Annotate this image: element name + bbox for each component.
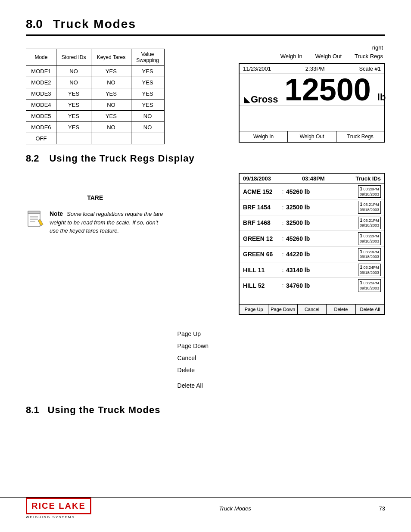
truck-colon: : [280,204,286,211]
truck-weight: 45260 lb [286,235,358,242]
section-82-number: 8.2 [26,153,39,164]
col-value-swapping: ValueSwapping [131,49,164,66]
table-row: MODE4YESNOYES [26,100,165,111]
truck-name: BRF 1454 [243,204,280,211]
scale-weight: 12500 [278,74,377,105]
truck-regs-btn[interactable]: Page Down [268,305,297,314]
table-cell: MODE3 [26,88,56,100]
truck-name: GREEN 66 [243,251,280,258]
truck-regs-buttons-row: Page UpPage DownCancelDeleteDelete All [240,304,384,314]
scale-unit: lb [377,92,386,105]
truck-regs-row: BRF 1468 : 32500 lb 1 03:21PM09/18/2003 [240,215,384,231]
button-labels-section: Page Up Page Down Cancel Delete Delete A… [26,319,385,392]
truck-timestamp: 1 03:22PM09/18/2003 [358,232,381,245]
table-cell: YES [91,88,131,100]
note-content: Note Some local regulations require the … [50,210,165,235]
right-label-right: right [372,44,383,51]
truck-regs-row: GREEN 66 : 44220 lb 1 03:23PM09/18/2003 [240,247,384,262]
section-81-number: 8.1 [26,404,39,416]
scale-empty-area [240,105,384,131]
label-cancel: Cancel [177,352,385,364]
note-box: Note Some local regulations require the … [26,210,165,235]
table-cell [56,133,91,144]
label-page-up: Page Up [177,328,385,340]
page-title: Truck Modes [53,17,136,31]
truck-colon: : [280,235,286,242]
scale-section: right Weigh In Weigh Out Truck Regs 11/2… [177,44,385,144]
truck-regs-btn[interactable]: Cancel [298,305,327,314]
table-cell: YES [56,122,91,133]
truck-regs-label: Truck IDs [355,175,381,182]
table-row: MODE5YESYESNO [26,111,165,122]
truck-colon: : [280,267,286,273]
label-weigh-in-top: Weigh In [280,53,302,59]
table-cell: NO [91,77,131,88]
table-cell: NO [131,111,164,122]
truck-weight: 45260 lb [286,188,358,195]
logo-main-text: RICE LAKE [31,501,86,511]
section-81-title: Using the Truck Modes [48,404,161,416]
table-row: MODE1NOYESYES [26,66,165,77]
truck-regs-row: HILL 11 : 43140 lb 1 03:24PM09/18/2003 [240,262,384,278]
table-cell: MODE1 [26,66,56,77]
footer-page: 73 [379,505,385,512]
truck-weight: 32500 lb [286,204,358,211]
truck-weight: 43140 lb [286,267,358,274]
table-cell: NO [56,66,91,77]
truck-timestamp: 1 03:25PM09/18/2003 [358,279,381,292]
table-cell [131,133,164,144]
table-cell: YES [56,111,91,122]
truck-colon: : [280,220,286,226]
page-header: 8.0 Truck Modes [26,17,385,36]
truck-name: BRF 1468 [243,219,280,226]
section-82-left: TARE Note Some local regulations require… [26,173,165,315]
table-cell: YES [91,111,131,122]
truck-regs-display: 09/18/2003 03:48PM Truck IDs ACME 152 : … [239,173,385,315]
table-row: MODE2NONOYES [26,77,165,88]
scale-weigh-out-btn[interactable]: Weigh Out [288,131,336,142]
scale-buttons-row: Weigh In Weigh Out Truck Regs [240,131,384,142]
truck-weight: 32500 lb [286,219,358,226]
table-cell: YES [91,66,131,77]
top-section: Mode Stored IDs Keyed Tares ValueSwappin… [26,44,385,144]
truck-timestamp: 1 03:21PM09/18/2003 [358,217,381,229]
section-81-header: 8.1 Using the Truck Modes [26,404,385,416]
col-keyed-tares: Keyed Tares [91,49,131,66]
truck-regs-btn[interactable]: Page Up [240,305,268,314]
truck-regs-rows: ACME 152 : 45260 lb 1 03:20PM09/18/2003 … [240,184,384,293]
truck-colon: : [280,282,286,289]
logo-sub-text: WEIGHING SYSTEMS [26,515,75,519]
label-page-down: Page Down [177,340,385,352]
table-cell: MODE6 [26,122,56,133]
col-stored-ids: Stored IDs [56,49,91,66]
truck-weight: 44220 lb [286,251,358,258]
table-row: MODE6YESNONO [26,122,165,133]
section-81: 8.1 Using the Truck Modes [26,404,385,416]
truck-regs-display-header: 09/18/2003 03:48PM Truck IDs [240,174,384,184]
truck-regs-btn[interactable]: Delete [327,305,355,314]
table-row: MODE3YESYESYES [26,88,165,100]
truck-regs-row: BRF 1454 : 32500 lb 1 03:21PM09/18/2003 [240,199,384,215]
scale-truck-regs-btn[interactable]: Truck Regs [336,131,384,142]
scale-weigh-in-btn[interactable]: Weigh In [240,131,288,142]
table-row: OFF [26,133,165,144]
section-82-title: Using the Truck Regs Display [49,153,194,164]
scale-date: 11/23/2001 [243,65,271,72]
truck-regs-row: GREEN 12 : 45260 lb 1 03:22PM09/18/2003 [240,231,384,246]
button-labels-list: Page Up Page Down Cancel Delete Delete A… [177,319,385,392]
table-cell: YES [131,77,164,88]
truck-regs-btn[interactable]: Delete All [356,305,384,314]
table-cell: YES [131,100,164,111]
truck-name: ACME 152 [243,188,280,195]
table-cell: YES [56,100,91,111]
scale-id: Scale #1 [359,65,381,72]
footer-chapter: Truck Modes [219,505,251,512]
label-weigh-out-top: Weigh Out [315,53,342,59]
section-82-header: 8.2 Using the Truck Regs Display [26,153,385,164]
logo-box: RICE LAKE [26,498,91,514]
truck-timestamp: 1 03:20PM09/18/2003 [358,185,381,198]
truck-weight: 34760 lb [286,282,358,289]
mode-table-section: Mode Stored IDs Keyed Tares ValueSwappin… [26,44,165,144]
note-text: Some local regulations require the tare … [50,211,163,234]
truck-regs-time: 03:48PM [302,175,325,182]
